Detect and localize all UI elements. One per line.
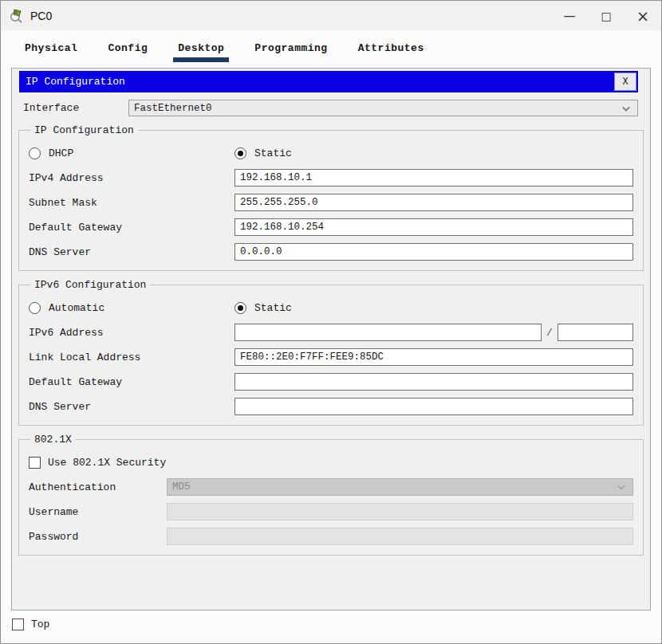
ipv6-configuration-group: IPv6 Configuration Automatic Static IPv6… [18,279,644,426]
dhcp-radio-cell[interactable]: DHCP [29,147,234,159]
ipv4-static-radio[interactable] [234,147,246,159]
maximize-icon[interactable]: □ [588,1,625,30]
dot1x-security-checkbox-row[interactable]: Use 802.1X Security [29,454,633,471]
ipv6-address-input[interactable] [234,324,542,341]
default-gateway-input[interactable] [234,218,633,236]
dot1x-security-checkbox[interactable] [29,457,41,469]
automatic-radio-cell[interactable]: Automatic [29,302,234,314]
password-input [167,528,633,545]
ipv6-static-radio-label: Static [254,302,292,314]
ipv4-address-label: IPv4 Address [29,172,234,184]
ipv6-dns-server-input[interactable] [234,398,633,415]
dot1x-security-checkbox-label: Use 802.1X Security [48,457,166,469]
interface-row: Interface FastEthernet0 [23,100,638,116]
ipv6-configuration-legend: IPv6 Configuration [30,279,150,291]
chevron-down-icon [622,104,630,112]
link-local-address-label: Link Local Address [29,351,234,363]
ipv6-address-label: IPv6 Address [29,327,234,339]
dhcp-radio[interactable] [29,147,41,159]
static-radio-cell[interactable]: Static [234,147,440,159]
ip-configuration-dialog-header[interactable]: IP Configuration X [19,71,638,92]
window-controls: — □ × [551,1,661,30]
ipv4-address-row: IPv4 Address [29,169,633,187]
ipv6-dns-server-label: DNS Server [29,401,234,413]
default-gateway-row: Default Gateway [29,218,633,236]
ipv4-address-input[interactable] [234,169,633,187]
subnet-mask-label: Subnet Mask [29,197,234,209]
username-input [167,503,633,520]
dns-server-label: DNS Server [29,246,234,258]
close-icon[interactable]: × [625,1,661,30]
tab-physical[interactable]: Physical [20,41,82,62]
dns-server-row: DNS Server [29,243,633,261]
automatic-radio[interactable] [29,302,41,314]
interface-label: Interface [23,102,128,114]
top-checkbox-label: Top [31,618,49,630]
ipv6-address-row: IPv6 Address / [29,324,633,341]
default-gateway-label: Default Gateway [29,222,234,234]
subnet-mask-input[interactable] [234,194,633,211]
tab-attributes[interactable]: Attributes [353,41,429,62]
ipv6-prefix-input[interactable] [558,324,633,341]
chevron-down-icon [617,482,625,490]
password-row: Password [29,528,633,545]
dhcp-radio-label: DHCP [49,147,73,159]
dns-server-input[interactable] [234,243,633,261]
ipv4-mode-row: DHCP Static [29,144,633,162]
ipv4-static-radio-label: Static [254,147,292,159]
dialog-close-button[interactable]: X [614,73,636,91]
desktop-panel: IP Configuration X Interface FastEtherne… [11,68,651,611]
ipv6-prefix-separator: / [542,327,558,339]
ipv6-mode-row: Automatic Static [29,299,633,316]
dialog-title: IP Configuration [26,76,125,88]
window-title: PC0 [30,10,52,22]
username-row: Username [29,503,633,520]
packet-tracer-app-icon [9,8,25,24]
dot1x-legend: 802.1X [30,434,76,446]
username-label: Username [29,506,167,518]
interface-dropdown[interactable]: FastEthernet0 [128,100,638,116]
tab-bar: Physical Config Desktop Programming Attr… [1,30,661,62]
authentication-dropdown: MD5 [167,478,633,496]
link-local-address-input[interactable] [234,348,633,366]
tab-config[interactable]: Config [103,41,152,62]
interface-dropdown-value: FastEthernet0 [134,103,212,114]
authentication-dropdown-value: MD5 [172,481,191,493]
minimize-icon[interactable]: — [551,1,588,30]
footer: Top [12,618,661,630]
ipv6-default-gateway-label: Default Gateway [29,376,234,388]
authentication-row: Authentication MD5 [29,478,633,496]
ipv6-default-gateway-row: Default Gateway [29,373,633,391]
dot1x-group: 802.1X Use 802.1X Security Authenticatio… [18,434,644,556]
ipv6-static-radio-cell[interactable]: Static [234,302,440,314]
ipv6-dns-server-row: DNS Server [29,398,633,415]
tab-programming[interactable]: Programming [250,41,332,62]
ip-configuration-group: IP Configuration DHCP Static IPv4 Addres… [18,124,644,271]
automatic-radio-label: Automatic [49,302,104,314]
ip-configuration-legend: IP Configuration [30,124,138,136]
tab-desktop[interactable]: Desktop [173,41,229,62]
subnet-mask-row: Subnet Mask [29,194,633,211]
ipv6-default-gateway-input[interactable] [234,373,633,391]
titlebar: PC0 — □ × [1,1,661,30]
pc0-window: PC0 — □ × Physical Config Desktop Progra… [0,0,662,644]
ipv6-static-radio[interactable] [234,302,246,314]
top-checkbox[interactable] [12,618,24,630]
link-local-address-row: Link Local Address [29,348,633,366]
authentication-label: Authentication [29,481,167,493]
password-label: Password [29,531,167,543]
